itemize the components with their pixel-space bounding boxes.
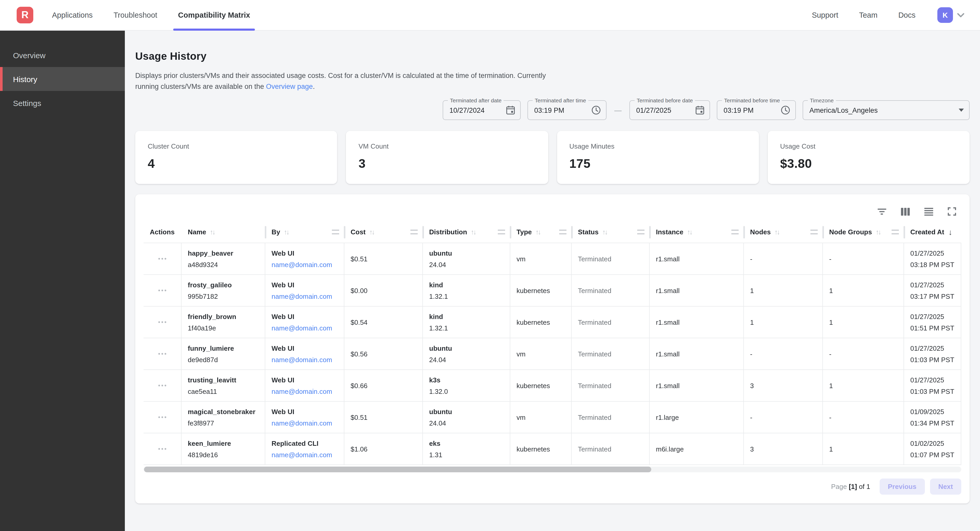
clock-icon[interactable] [592, 105, 601, 115]
column-label: Node Groups [829, 228, 872, 236]
column-header-type[interactable]: Type↑↓ [510, 221, 572, 243]
next-button[interactable]: Next [930, 478, 961, 495]
row-actions-button[interactable] [158, 321, 167, 323]
row-email-link[interactable]: name@domain.com [272, 324, 344, 332]
filter-terminated-after-time[interactable]: Terminated after time 03:19 PM [527, 100, 606, 120]
type-value: vm [517, 413, 571, 421]
stat-label: Cluster Count [148, 143, 325, 150]
stat-value: 4 [148, 156, 325, 171]
cluster-name: happy_beaver [188, 249, 265, 257]
column-header-distribution[interactable]: Distribution↑↓ [423, 221, 510, 243]
cost-value: $0.66 [351, 382, 422, 390]
filter-terminated-before-date[interactable]: Terminated before date 01/27/2025 [629, 100, 710, 120]
column-menu-icon[interactable] [731, 230, 739, 234]
sort-icon: ↑↓ [369, 228, 374, 236]
row-email-link[interactable]: name@domain.com [272, 419, 344, 427]
stat-card-vm-count: VM Count 3 [346, 131, 548, 184]
cell-actions [143, 243, 181, 274]
status-badge: Terminated [578, 350, 649, 358]
node-groups-value: 1 [829, 445, 904, 453]
row-email-link[interactable]: name@domain.com [272, 261, 344, 268]
sort-icon: ↑↓ [210, 228, 215, 236]
sidebar-item-settings[interactable]: Settings [0, 91, 125, 115]
cluster-id: 1f40a19e [188, 324, 265, 332]
filter-icon[interactable] [877, 207, 888, 216]
nav-support[interactable]: Support [812, 11, 838, 19]
column-header-nodes[interactable]: Nodes↑↓ [744, 221, 823, 243]
filter-timezone-select[interactable]: Timezone America/Los_Angeles [803, 100, 970, 120]
tab-compatibility-matrix[interactable]: Compatibility Matrix [178, 0, 250, 30]
scrollbar-thumb[interactable] [144, 467, 651, 472]
row-email-link[interactable]: name@domain.com [272, 292, 344, 300]
column-header-cost[interactable]: Cost↑↓ [344, 221, 423, 243]
distribution-name: ubuntu [429, 407, 510, 415]
stat-value: $3.80 [780, 156, 958, 171]
instance-value: r1.small [656, 287, 743, 294]
calendar-icon[interactable] [695, 105, 704, 115]
column-header-created-at[interactable]: Created At↓ [904, 221, 961, 243]
nav-right: Support Team Docs K [812, 7, 964, 23]
sidebar-item-history[interactable]: History [0, 67, 125, 91]
overview-page-link[interactable]: Overview page [266, 82, 313, 90]
previous-button[interactable]: Previous [880, 478, 925, 495]
created-date: 01/09/2025 [910, 407, 961, 415]
filter-terminated-before-time[interactable]: Terminated before time 03:19 PM [717, 100, 796, 120]
table-row: keen_lumiere4819de16Replicated CLIname@d… [143, 433, 961, 465]
account-menu[interactable]: K [937, 7, 964, 23]
nav-docs[interactable]: Docs [898, 11, 915, 19]
sort-desc-icon: ↓ [948, 228, 953, 236]
type-value: kubernetes [517, 287, 571, 294]
calendar-icon[interactable] [506, 105, 515, 115]
column-menu-icon[interactable] [892, 230, 899, 234]
avatar[interactable]: K [937, 7, 953, 23]
row-actions-button[interactable] [158, 416, 167, 418]
column-menu-icon[interactable] [559, 230, 566, 234]
column-menu-icon[interactable] [498, 230, 505, 234]
column-header-by[interactable]: By↑↓ [265, 221, 344, 243]
cell-type: kubernetes [510, 306, 572, 338]
status-badge: Terminated [578, 445, 649, 453]
column-menu-icon[interactable] [332, 230, 339, 234]
column-header-instance[interactable]: Instance↑↓ [650, 221, 744, 243]
cell-nodes: 1 [744, 275, 823, 306]
tab-applications[interactable]: Applications [52, 0, 92, 30]
clock-icon[interactable] [781, 105, 790, 115]
column-header-node-groups[interactable]: Node Groups↑↓ [823, 221, 904, 243]
columns-icon[interactable] [900, 206, 911, 216]
filter-terminated-after-date[interactable]: Terminated after date 10/27/2024 [443, 100, 521, 120]
row-email-link[interactable]: name@domain.com [272, 356, 344, 363]
column-header-status[interactable]: Status↑↓ [572, 221, 650, 243]
cell-name: keen_lumiere4819de16 [181, 433, 265, 464]
cell-created-at: 01/02/202501:07 PM PST [904, 433, 961, 464]
active-tab-underline [173, 28, 255, 30]
stat-label: VM Count [359, 143, 536, 150]
row-actions-button[interactable] [158, 289, 167, 292]
sort-icon: ↑↓ [602, 228, 607, 236]
row-actions-button[interactable] [158, 385, 167, 387]
column-menu-icon[interactable] [810, 230, 818, 234]
row-actions-button[interactable] [158, 353, 167, 355]
created-by-source: Web UI [272, 376, 344, 384]
tab-troubleshoot[interactable]: Troubleshoot [113, 0, 157, 30]
node-groups-value: - [829, 350, 904, 358]
distribution-name: kind [429, 312, 510, 320]
fullscreen-icon[interactable] [947, 206, 957, 217]
cost-value: $0.51 [351, 413, 422, 421]
table-row: frosty_galileo995b7182Web UIname@domain.… [143, 275, 961, 306]
sidebar-item-overview[interactable]: Overview [0, 43, 125, 67]
column-menu-icon[interactable] [637, 230, 644, 234]
filter-label: Terminated before time [722, 97, 782, 103]
instance-value: r1.small [656, 350, 743, 358]
row-actions-button[interactable] [158, 258, 167, 260]
column-header-name[interactable]: Name↑↓ [181, 221, 265, 243]
nav-team[interactable]: Team [859, 11, 878, 19]
app-logo[interactable]: R [17, 7, 33, 24]
density-icon[interactable] [923, 206, 934, 216]
column-menu-icon[interactable] [410, 230, 418, 234]
created-time: 01:03 PM PST [910, 387, 961, 395]
row-email-link[interactable]: name@domain.com [272, 451, 344, 458]
horizontal-scrollbar[interactable] [143, 467, 961, 472]
cell-instance: r1.large [650, 402, 744, 433]
row-email-link[interactable]: name@domain.com [272, 387, 344, 395]
row-actions-button[interactable] [158, 448, 167, 450]
